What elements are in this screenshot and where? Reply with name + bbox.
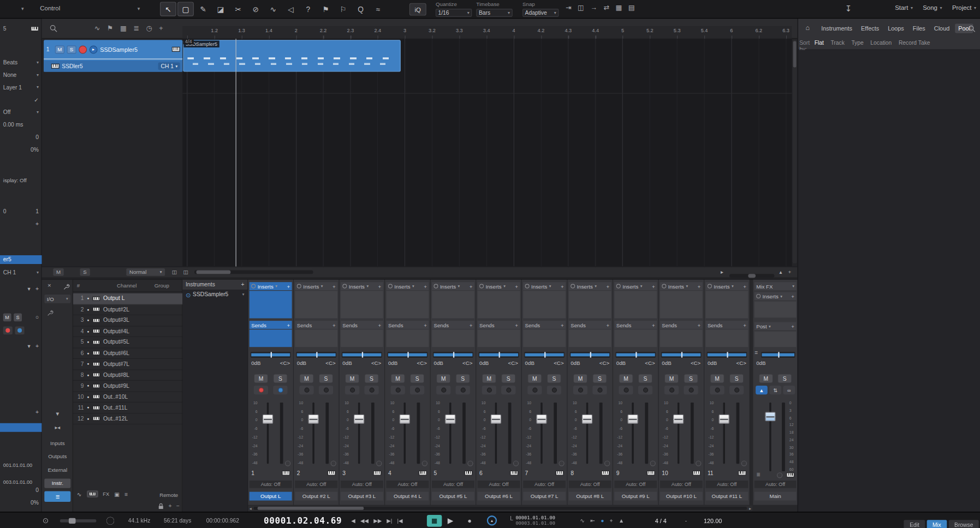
sort-option[interactable]: Type	[851, 40, 863, 46]
solo-button[interactable]: S	[456, 374, 470, 383]
solo-button[interactable]: S	[547, 374, 561, 383]
search-icon[interactable]	[968, 25, 976, 33]
volume-db-label[interactable]: 0dB	[433, 360, 443, 366]
mute-button[interactable]: M	[55, 45, 64, 53]
record-arm-button[interactable]	[482, 386, 496, 394]
automation-mode[interactable]: Auto: Off	[660, 481, 703, 488]
pan-control[interactable]	[251, 352, 290, 357]
bypass-icon[interactable]	[388, 284, 393, 289]
channel-list-row[interactable]: 1 ● Output L	[73, 293, 182, 304]
fader-handle[interactable]	[445, 415, 455, 424]
volume-db-label[interactable]: 0dB	[479, 360, 489, 366]
pan-control[interactable]	[570, 352, 610, 357]
add-send-button[interactable]: +	[698, 322, 701, 328]
inserts-box[interactable]	[432, 291, 474, 318]
solo-button[interactable]: S	[67, 45, 76, 53]
automation-mode[interactable]: Auto: Off	[614, 481, 657, 488]
chevron-down-icon[interactable]: ▾	[640, 284, 643, 289]
marker-lane-icon[interactable]: ◫	[578, 4, 584, 12]
active-dot-icon[interactable]: ●	[84, 395, 92, 399]
channel-list-row[interactable]: 10 ● Out..#10L	[73, 392, 182, 403]
snap-select[interactable]: Adaptive▾	[522, 9, 559, 17]
grid-settings-icon[interactable]: ▦	[615, 4, 622, 12]
range-tool[interactable]: ▢	[177, 2, 194, 16]
inserts-header[interactable]: Inserts ▾ +	[341, 282, 383, 290]
output-label[interactable]: Output #7 L	[523, 492, 566, 501]
add-send-button[interactable]: +	[378, 322, 382, 328]
instrument-filter-button[interactable]	[87, 490, 98, 497]
mute-button[interactable]: M	[254, 374, 268, 383]
solo-button[interactable]: S	[777, 374, 792, 383]
mute-button[interactable]: M	[664, 374, 679, 383]
peak-indicator[interactable]	[376, 460, 382, 466]
pan-control[interactable]	[479, 352, 519, 357]
peak-indicator[interactable]	[331, 460, 336, 466]
sends-header[interactable]: Sends +	[386, 321, 429, 329]
monitor-button[interactable]	[729, 386, 744, 394]
pan-control[interactable]	[761, 352, 795, 357]
volume-db-label[interactable]: 0dB	[571, 360, 580, 366]
volume-db-label[interactable]: 0dB	[662, 360, 671, 366]
pan-position-label[interactable]: <C>	[691, 360, 700, 366]
mute-button[interactable]: M	[482, 374, 496, 383]
inspector-bottom-zero[interactable]: 0	[0, 485, 42, 495]
mixer-nav-button[interactable]: Instr.	[44, 478, 70, 488]
return-to-start-icon[interactable]: ⇤	[590, 518, 595, 524]
global-mute-button[interactable]: M	[53, 268, 64, 276]
channel-list-row[interactable]: 11 ● Out..#11L	[73, 403, 182, 413]
time-signature-display[interactable]: 4 / 4	[655, 512, 667, 528]
clock-time[interactable]: 00:00:00.962	[206, 512, 239, 528]
automation-mode[interactable]: Auto: Off	[341, 481, 383, 488]
meter-bars-icon[interactable]: ≣	[756, 472, 761, 477]
volume-db-label[interactable]: 0dB	[756, 360, 765, 366]
volume-db-label[interactable]: 0dB	[342, 360, 352, 366]
loop-return-button[interactable]: ◀	[351, 518, 355, 524]
zoom-add-icon[interactable]: +	[788, 268, 792, 276]
main-channel-strip[interactable]: Mix FX▾ Inserts▾+ Post▾+ ≣ 0dB M S ▲ ⇅	[753, 280, 797, 505]
scroll-left-icon[interactable]: ◂	[250, 506, 252, 511]
sends-box[interactable]	[386, 329, 429, 347]
inserts-box[interactable]	[705, 291, 748, 318]
instrument-icon[interactable]	[172, 47, 180, 52]
mute-button[interactable]: M	[619, 374, 633, 383]
circle-icon[interactable]: ○	[35, 314, 39, 320]
monitor-button[interactable]	[638, 386, 652, 394]
active-dot-icon[interactable]: ●	[84, 329, 92, 333]
mute-button[interactable]: M	[573, 374, 587, 383]
volume-db-label[interactable]: 0dB	[616, 360, 626, 366]
power-icon[interactable]: ⊙	[186, 291, 191, 298]
view-button[interactable]: Mix	[927, 520, 947, 528]
automation-mode[interactable]: Auto: Off	[295, 481, 337, 488]
mixer-channel-strip[interactable]: Inserts ▾ + Sends + 0dB <	[613, 280, 658, 505]
setup-wrench-icon[interactable]	[47, 310, 54, 317]
solo-button[interactable]: S	[364, 374, 378, 383]
chevron-down-icon[interactable]: ▾	[686, 284, 688, 289]
browser-tab[interactable]: Loops	[884, 23, 907, 33]
active-dot-icon[interactable]: ●	[84, 373, 92, 377]
mixer-channel-strip[interactable]: Inserts ▾ + Sends + 0dB <	[294, 280, 338, 505]
record-arm-button[interactable]	[3, 326, 13, 334]
monitor-button[interactable]	[273, 386, 287, 394]
marker-icon[interactable]: ⚑	[107, 25, 113, 33]
sends-header[interactable]: Sends +	[705, 321, 748, 329]
zoom-tool[interactable]: Q	[353, 2, 369, 16]
solo-button[interactable]: S	[319, 374, 333, 383]
arrange-lane[interactable]: 4/4 SSDSampler5	[182, 39, 792, 267]
pan-position-label[interactable]: <C>	[508, 360, 518, 366]
active-dot-icon[interactable]: ●	[84, 351, 92, 355]
timeline-ruler[interactable]: 1.2 1.3 1.4 2 2.2 2.3 2.4 3 3.2	[182, 26, 792, 39]
horizontal-scrollbar[interactable]	[194, 270, 313, 274]
post-box[interactable]	[755, 332, 797, 347]
automation-mode[interactable]: Auto: Off	[386, 481, 429, 488]
inspector-zero-row[interactable]: 0	[0, 133, 42, 142]
sends-box[interactable]	[614, 329, 657, 347]
chevron-down-icon[interactable]: ▾	[275, 284, 277, 289]
pan-control[interactable]	[433, 352, 473, 357]
peak-indicator[interactable]	[285, 460, 290, 466]
mixer-channel-strip[interactable]: Inserts ▾ + Sends + 0dB <	[522, 280, 567, 505]
record-arm-button[interactable]	[79, 45, 87, 53]
spatial-icon[interactable]: ▲	[756, 386, 768, 394]
post-header[interactable]: Post▾+	[755, 322, 797, 330]
add-send-button[interactable]: +	[287, 322, 290, 328]
follow-icon[interactable]: →	[590, 4, 597, 12]
